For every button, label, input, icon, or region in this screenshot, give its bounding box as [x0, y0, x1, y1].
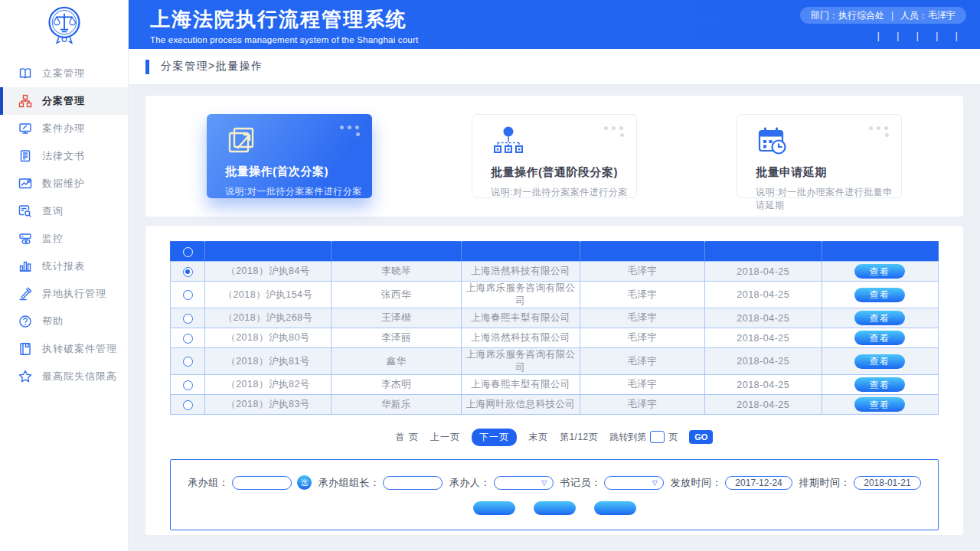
- nav-item-stats-analysis[interactable]: [946, 30, 966, 41]
- form-button-save[interactable]: [473, 501, 515, 515]
- cell-case-no: （2018）沪执83号: [205, 395, 332, 415]
- view-button[interactable]: 查看: [854, 264, 905, 279]
- nav-item-case-search[interactable]: [907, 30, 927, 41]
- jump-label: 跳转到第: [609, 431, 646, 444]
- nav-item-workbench[interactable]: [868, 30, 888, 41]
- column-header: [462, 242, 580, 262]
- view-button[interactable]: 查看: [854, 311, 905, 325]
- field-input[interactable]: [383, 476, 443, 490]
- column-header: [580, 242, 705, 262]
- operation-card-batch-first-assignment[interactable]: 批量操作(首次分案) 说明:对一批待分案案件进行分案: [207, 114, 372, 198]
- form-field-group-leader: 承办组组长： ▽: [318, 476, 443, 490]
- row-radio[interactable]: [183, 314, 193, 324]
- field-input[interactable]: [725, 476, 792, 490]
- cell-filing-date: 2018-04-25: [705, 395, 822, 415]
- table-row: （2018）沪执81号 鑫华 上海席乐服务咨询有限公司 毛泽宇 2018-04-…: [171, 348, 939, 375]
- field-label: 承办组：: [188, 476, 229, 490]
- table-row: （2018）沪执154号 张西华 上海席乐服务咨询有限公司 毛泽宇 2018-0…: [171, 282, 939, 308]
- pagination-next[interactable]: 下一页: [472, 429, 517, 446]
- app-header: 上海法院执行流程管理系统 The execution process manag…: [129, 0, 980, 49]
- table-row: （2018）沪执84号 李晓琴 上海浩然科技有限公司 毛泽宇 2018-04-2…: [171, 262, 939, 282]
- row-radio[interactable]: [183, 290, 193, 300]
- cell-handler: 毛泽宇: [580, 348, 705, 375]
- user-badge: 部门：执行综合处 | 人员：毛泽宇: [800, 7, 966, 24]
- cell-filing-date: 2018-04-25: [705, 348, 822, 375]
- search-icon: [18, 204, 32, 218]
- pagination-prev[interactable]: 上一页: [430, 431, 460, 444]
- row-radio[interactable]: [183, 380, 193, 390]
- view-button[interactable]: 查看: [854, 397, 905, 412]
- go-button[interactable]: GO: [689, 430, 713, 444]
- sidebar-item-case-handling[interactable]: 案件办理: [0, 115, 128, 142]
- cell-applicant: 张西华: [332, 282, 462, 308]
- cell-case-no: （2018）沪执154号: [205, 282, 332, 308]
- app-title-block: 上海法院执行流程管理系统 The execution process manag…: [150, 0, 418, 49]
- cell-applicant: 华新乐: [332, 395, 462, 415]
- card-description: 说明:对一批待分案案件进行分案: [491, 186, 636, 199]
- operation-card-batch-extension[interactable]: 批量申请延期 说明:对一批办理案件进行批量申请延期: [737, 114, 902, 198]
- card-title: 批量操作(首次分案): [225, 165, 372, 179]
- cell-applicant: 鑫华: [332, 348, 462, 375]
- form-button-reset[interactable]: [534, 501, 576, 515]
- field-input[interactable]: [854, 476, 921, 490]
- card-title: 批量操作(普通阶段分案): [491, 165, 636, 180]
- cell-filing-date: 2018-04-25: [705, 328, 822, 348]
- help-icon: [18, 315, 32, 328]
- page-jump-input[interactable]: [650, 431, 665, 443]
- assignment-form: 承办组： ▽ 选 承办组组长： ▽: [170, 459, 939, 530]
- department-label: 部门：执行综合处: [811, 9, 884, 22]
- field-input[interactable]: [494, 476, 554, 490]
- field-input[interactable]: [604, 476, 664, 490]
- view-button[interactable]: 查看: [854, 331, 905, 345]
- sidebar-item-case-assignment[interactable]: 分案管理: [0, 87, 128, 115]
- sidebar-item-query[interactable]: 查询: [0, 197, 128, 225]
- book-icon: [18, 67, 32, 80]
- case-table: （2018）沪执84号 李晓琴 上海浩然科技有限公司 毛泽宇 2018-04-2…: [170, 241, 939, 415]
- table-row: （2018）沪执80号 李泽丽 上海浩然科技有限公司 毛泽宇 2018-04-2…: [171, 328, 939, 348]
- breadcrumb-accent-bar: [145, 60, 149, 74]
- field-input[interactable]: [232, 476, 292, 490]
- chart-edit-icon: [18, 177, 32, 191]
- cell-filing-date: 2018-04-25: [705, 282, 822, 308]
- view-button[interactable]: 查看: [854, 288, 905, 302]
- sidebar-item-data-maintenance[interactable]: 数据维护: [0, 170, 128, 197]
- table-row: （2018）沪执83号 华新乐 上海网叶欣信息科技公司 毛泽宇 2018-04-…: [171, 395, 939, 415]
- cell-executee: 上海春熙丰型有限公司: [462, 308, 580, 328]
- sidebar-item-help[interactable]: 帮助: [0, 308, 128, 335]
- row-radio[interactable]: [183, 357, 193, 367]
- form-button-cancel[interactable]: [594, 501, 636, 515]
- cell-executee: 上海浩然科技有限公司: [462, 262, 580, 282]
- cell-executee: 上海浩然科技有限公司: [462, 328, 580, 348]
- cell-applicant: 李泽丽: [332, 328, 462, 348]
- sidebar-menu: 立案管理 分案管理 案件办理 法律文书 数据维护 查询 监控 统: [0, 60, 128, 390]
- field-label: 承办人：: [449, 476, 491, 490]
- sidebar-item-legal-documents[interactable]: 法律文书: [0, 142, 128, 170]
- operation-card-batch-stage-assignment[interactable]: 批量操作(普通阶段分案) 说明:对一批待分案案件进行分案: [472, 114, 637, 198]
- picker-button[interactable]: 选: [297, 475, 312, 490]
- sidebar-item-supreme-dishonest[interactable]: 最高院失信限高: [0, 363, 128, 390]
- card-description: 说明:对一批待分案案件进行分案: [225, 185, 372, 198]
- column-header: [205, 242, 332, 262]
- row-radio[interactable]: [183, 267, 193, 277]
- cell-case-no: （2018）沪执268号: [205, 308, 332, 328]
- sidebar-item-case-filing[interactable]: 立案管理: [0, 60, 128, 87]
- view-button[interactable]: 查看: [854, 354, 905, 369]
- view-button[interactable]: 查看: [854, 377, 905, 392]
- row-radio[interactable]: [183, 400, 193, 410]
- star-icon: [18, 370, 32, 383]
- sidebar-item-monitoring[interactable]: 监控: [0, 225, 128, 253]
- row-radio[interactable]: [183, 334, 193, 344]
- sidebar-item-bankruptcy-transfer[interactable]: 执转破案件管理: [0, 335, 128, 363]
- nav-item-business[interactable]: [888, 30, 908, 41]
- sidebar-item-remote-execution[interactable]: 异地执行管理: [0, 280, 128, 308]
- pagination-first[interactable]: 首 页: [396, 431, 419, 444]
- more-options-icon: [604, 126, 624, 137]
- pagination-last[interactable]: 末页: [528, 431, 548, 444]
- cell-handler: 毛泽宇: [580, 328, 705, 348]
- monitor-icon: [18, 122, 32, 135]
- nav-item-function-config[interactable]: [927, 30, 947, 41]
- sidebar-item-statistics-report[interactable]: 统计报表: [0, 253, 128, 280]
- bar-chart-icon: [18, 259, 32, 273]
- column-header: [822, 242, 939, 262]
- header-radio[interactable]: [183, 247, 193, 257]
